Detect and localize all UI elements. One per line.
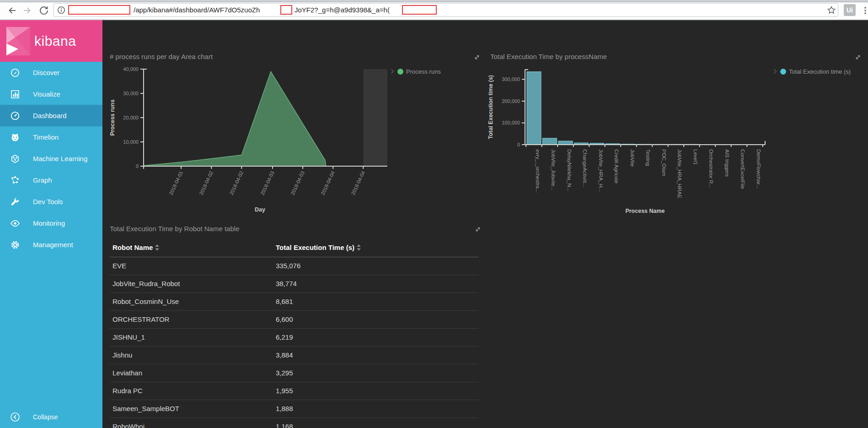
timelion-icon xyxy=(10,132,20,142)
url-text: /app/kibana#/dashboard/AWF7dO5zuoZh xyxy=(134,6,260,14)
bar-evry_._orchestra...[interactable] xyxy=(527,72,541,145)
expand-panel-icon[interactable] xyxy=(475,226,481,233)
sidebar-item-label: Visualize xyxy=(33,90,60,98)
exec-time-cell: 6,600 xyxy=(276,311,293,328)
url-redaction-box xyxy=(280,5,292,15)
svg-text:Orchestrator R...: Orchestrator R... xyxy=(708,149,714,188)
svg-text:JobVite_HRA_H...: JobVite_HRA_H... xyxy=(598,149,604,192)
graph-icon xyxy=(10,175,20,185)
exec-time-cell: 6,219 xyxy=(276,329,293,346)
svg-text:DelayNilekha_N...: DelayNilekha_N... xyxy=(567,149,572,191)
svg-text:20,000: 20,000 xyxy=(123,115,139,120)
sidebar-nav: DiscoverVisualizeDashboardTimelionMachin… xyxy=(0,62,102,255)
url-bar[interactable]: /app/kibana#/dashboard/AWF7dO5zuoZh JoYF… xyxy=(54,3,838,17)
browser-toolbar: /app/kibana#/dashboard/AWF7dO5zuoZh JoYF… xyxy=(0,3,868,20)
area-series-process-runs xyxy=(144,71,326,166)
ui-extension-icon[interactable]: Ui xyxy=(844,4,856,16)
svg-text:Process Name: Process Name xyxy=(625,208,664,214)
gear-icon xyxy=(10,240,20,250)
sidebar-item-graph[interactable]: Graph xyxy=(0,169,102,191)
robot-name-cell: Robot_CosminN_Use xyxy=(113,293,179,310)
svg-text:2018-04-02: 2018-04-02 xyxy=(198,170,214,196)
robot-table: Robot NameTotal Execution Time (s)EVE335… xyxy=(110,240,478,428)
sidebar-item-label: Dashboard xyxy=(33,112,66,119)
svg-text:2018-04-03: 2018-04-03 xyxy=(259,170,275,196)
sidebar-item-discover[interactable]: Discover xyxy=(0,62,102,83)
kibana-logo-text: kibana xyxy=(34,33,76,49)
table-row: Robot_CosminN_Use8,681 xyxy=(110,293,478,311)
table-row: JobVite_Rudra_Robot38,774 xyxy=(110,275,478,293)
table-row: Leviathan3,295 xyxy=(110,364,478,382)
collapse-label: Collapse xyxy=(33,413,58,421)
svg-text:10,000: 10,000 xyxy=(123,139,139,145)
bar-JobVite_Jobvite...[interactable] xyxy=(543,138,557,145)
table-row: JISHNU_16,219 xyxy=(110,329,478,347)
svg-text:2018-04-01: 2018-04-01 xyxy=(168,170,184,196)
svg-text:40,000: 40,000 xyxy=(123,66,139,72)
svg-text:0: 0 xyxy=(136,163,139,169)
sidebar-item-visualize[interactable]: Visualize xyxy=(0,83,102,105)
table-panel-title: Total Execution Time by Robot Name table xyxy=(110,225,239,233)
robot-name-cell: Leviathan xyxy=(113,364,142,382)
reload-button[interactable] xyxy=(38,5,49,16)
browser-chrome: /app/kibana#/dashboard/AWF7dO5zuoZh JoYF… xyxy=(0,0,868,20)
bar-chart-icon xyxy=(10,89,20,99)
table-row: Jishnu3,884 xyxy=(110,347,478,364)
area-chart[interactable]: 010,00020,00030,00040,0002018-04-012018-… xyxy=(102,50,485,220)
robot-name-cell: Jishnu xyxy=(113,347,132,364)
sidebar-item-label: Machine Learning xyxy=(33,155,87,163)
sidebar-item-label: Monitoring xyxy=(33,219,65,227)
sidebar-item-label: Timelion xyxy=(33,133,59,141)
sidebar-item-label: Graph xyxy=(33,176,52,184)
forward-button[interactable] xyxy=(22,5,33,16)
page-info-icon[interactable] xyxy=(57,6,65,16)
svg-text:0: 0 xyxy=(517,142,520,147)
sidebar-item-dashboard[interactable]: Dashboard xyxy=(0,105,102,126)
svg-text:Total Execution time (s): Total Execution time (s) xyxy=(488,75,494,139)
column-header-robot-name[interactable]: Robot Name xyxy=(113,244,159,251)
table-row: EVE335,076 xyxy=(110,257,478,275)
sidebar-item-label: Dev Tools xyxy=(33,198,63,206)
bar-DelayNilekha_N...[interactable] xyxy=(558,141,573,145)
exec-time-cell: 1,168 xyxy=(276,418,293,428)
bar-chart[interactable]: 0100,000200,000300,000evry_._orchestra..… xyxy=(485,50,868,220)
svg-text:ChangeActiviti...: ChangeActiviti... xyxy=(582,149,588,187)
sidebar-item-monitoring[interactable]: Monitoring xyxy=(0,212,102,234)
kibana-logo-mark xyxy=(6,27,30,55)
incomplete-bucket-band xyxy=(363,69,387,166)
robot-name-cell: RoboWhoi xyxy=(113,418,145,428)
robot-name-cell: JISHNU_1 xyxy=(113,329,145,346)
dashboard-content: # process runs per day Area chart Total … xyxy=(102,20,868,428)
svg-text:100,000: 100,000 xyxy=(502,120,520,125)
kibana-logo[interactable]: kibana xyxy=(0,20,102,62)
dashboard-icon xyxy=(10,111,20,121)
bookmark-star-icon[interactable] xyxy=(827,5,836,16)
sidebar-item-label: Management xyxy=(33,241,73,249)
kibana-sidebar: kibana DiscoverVisualizeDashboardTimelio… xyxy=(0,20,102,428)
exec-time-cell: 1,955 xyxy=(276,382,293,400)
sidebar-item-machine-learning[interactable]: Machine Learning xyxy=(0,148,102,169)
table-row: Rudra PC1,955 xyxy=(110,382,478,400)
exec-time-cell: 3,884 xyxy=(276,347,293,364)
column-header-exec-time[interactable]: Total Execution Time (s) xyxy=(276,244,361,251)
exec-time-cell: 3,295 xyxy=(276,364,293,382)
exec-time-cell: 8,681 xyxy=(276,293,293,310)
sidebar-item-dev-tools[interactable]: Dev Tools xyxy=(0,191,102,212)
sidebar-item-management[interactable]: Management xyxy=(0,234,102,255)
sidebar-item-label: Discover xyxy=(33,69,59,76)
sidebar-item-timelion[interactable]: Timelion xyxy=(0,126,102,148)
back-button[interactable] xyxy=(6,5,17,16)
robot-name-cell: JobVite_Rudra_Robot xyxy=(113,275,180,293)
svg-text:evry_._orchestra...: evry_._orchestra... xyxy=(535,149,541,193)
svg-text:JobVite_Jobvite...: JobVite_Jobvite... xyxy=(551,149,556,191)
exec-time-cell: 335,076 xyxy=(276,257,300,275)
url-redaction-box xyxy=(402,5,437,15)
svg-text:Level1: Level1 xyxy=(693,149,698,165)
collapse-icon xyxy=(10,412,20,422)
table-row: ORCHESTRATOR6,600 xyxy=(110,311,478,329)
sidebar-collapse-button[interactable]: Collapse xyxy=(0,406,102,428)
table-row: RoboWhoi1,168 xyxy=(110,418,478,428)
browser-menu-icon[interactable] xyxy=(860,5,868,16)
compass-icon xyxy=(10,68,20,78)
exec-time-cell: 1,888 xyxy=(276,400,293,417)
